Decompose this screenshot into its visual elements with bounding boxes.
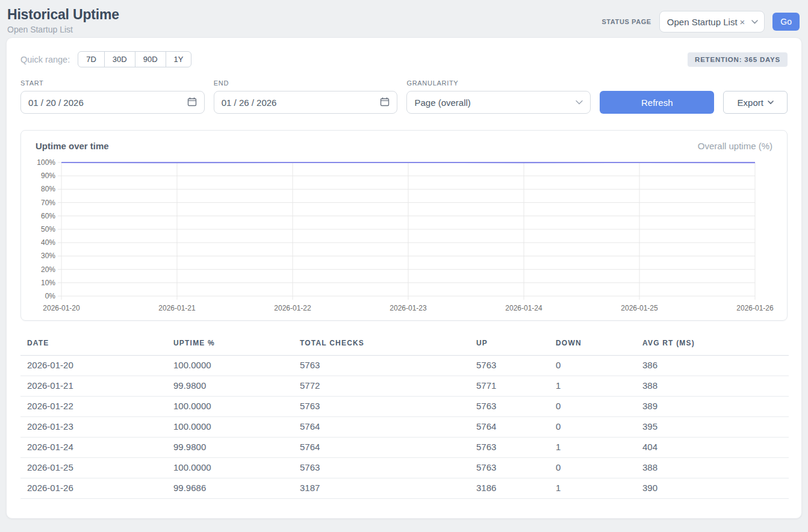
- table-row: 2026-01-20100.0000576357630386: [20, 356, 789, 376]
- svg-text:80%: 80%: [41, 185, 55, 193]
- table-cell: 5763: [470, 438, 549, 458]
- chart-legend: Overall uptime (%): [698, 141, 772, 151]
- granularity-field: GRANULARITY Page (overall): [406, 79, 591, 114]
- start-field: START 01 / 20 / 2026: [20, 79, 205, 114]
- table-cell: 389: [636, 397, 789, 417]
- page-header: Historical Uptime Open Startup List STAT…: [0, 0, 808, 37]
- chevron-down-icon: [768, 101, 774, 105]
- calendar-icon[interactable]: [187, 97, 197, 108]
- column-header-total-checks: TOTAL CHECKS: [293, 335, 470, 356]
- svg-text:2026-01-24: 2026-01-24: [505, 304, 542, 312]
- status-page-label: STATUS PAGE: [601, 18, 651, 25]
- granularity-select[interactable]: Page (overall): [406, 91, 591, 114]
- table-cell: 2026-01-25: [20, 458, 167, 478]
- go-button[interactable]: Go: [772, 13, 800, 31]
- end-field: END 01 / 26 / 2026: [214, 79, 398, 114]
- table-cell: 390: [636, 478, 789, 499]
- svg-text:50%: 50%: [41, 225, 55, 234]
- svg-text:2026-01-21: 2026-01-21: [158, 304, 196, 312]
- start-label: START: [20, 79, 205, 87]
- uptime-chart-card: Uptime over time Overall uptime (%) 0%10…: [20, 130, 788, 321]
- table-cell: 404: [636, 438, 789, 458]
- start-date-input[interactable]: 01 / 20 / 2026: [20, 91, 205, 114]
- table-cell: 0: [549, 417, 636, 438]
- table-row: 2026-01-23100.0000576457640395: [20, 417, 789, 438]
- table-cell: 1: [549, 376, 636, 397]
- table-cell: 5764: [293, 417, 470, 438]
- end-label: END: [214, 79, 398, 87]
- main-panel: Quick range: 7D 30D 90D 1Y RETENTION: 36…: [6, 37, 802, 519]
- quick-range-7d-button[interactable]: 7D: [78, 51, 105, 67]
- table-row: 2026-01-2199.9800577257711388: [20, 376, 789, 397]
- svg-text:10%: 10%: [41, 279, 55, 287]
- quick-range-group: 7D 30D 90D 1Y: [78, 51, 191, 67]
- table-cell: 5763: [470, 458, 549, 478]
- page-title: Historical Uptime: [7, 7, 119, 23]
- column-header-date: DATE: [20, 335, 167, 356]
- svg-text:60%: 60%: [41, 212, 55, 220]
- table-cell: 100.0000: [167, 397, 293, 417]
- svg-text:0%: 0%: [45, 292, 56, 300]
- table-cell: 99.9800: [167, 376, 293, 397]
- table-cell: 100.0000: [167, 356, 293, 376]
- table-cell: 3186: [470, 478, 549, 499]
- uptime-chart: 0%10%20%30%40%50%60%70%80%90%100%2026-01…: [36, 156, 775, 313]
- table-row: 2026-01-22100.0000576357630389: [20, 397, 789, 417]
- table-cell: 5763: [470, 356, 549, 376]
- filters-row: START 01 / 20 / 2026 END 01 / 26 / 2026 …: [20, 79, 788, 114]
- table-cell: 2026-01-24: [20, 438, 167, 458]
- export-button-label: Export: [738, 97, 763, 108]
- table-cell: 388: [636, 458, 789, 478]
- table-cell: 99.9686: [167, 478, 293, 499]
- svg-text:40%: 40%: [41, 238, 55, 247]
- quick-range-1y-button[interactable]: 1Y: [166, 51, 192, 67]
- granularity-value: Page (overall): [414, 97, 470, 108]
- table-cell: 0: [549, 356, 636, 376]
- table-cell: 5772: [293, 376, 470, 397]
- table-cell: 2026-01-21: [20, 376, 167, 397]
- svg-text:2026-01-23: 2026-01-23: [390, 304, 427, 312]
- table-cell: 0: [549, 397, 636, 417]
- refresh-button[interactable]: Refresh: [600, 91, 714, 114]
- svg-text:2026-01-25: 2026-01-25: [621, 304, 658, 312]
- retention-badge: RETENTION: 365 DAYS: [688, 52, 788, 67]
- quick-range-label: Quick range:: [20, 55, 70, 64]
- svg-text:2026-01-22: 2026-01-22: [274, 304, 311, 312]
- table-cell: 5764: [470, 417, 549, 438]
- start-date-value: 01 / 20 / 2026: [28, 97, 84, 108]
- table-cell: 1: [549, 438, 636, 458]
- table-cell: 5763: [293, 458, 470, 478]
- table-header: DATE UPTIME % TOTAL CHECKS UP DOWN AVG R…: [20, 335, 789, 356]
- table-cell: 395: [636, 417, 789, 438]
- clear-icon[interactable]: ×: [740, 17, 745, 26]
- calendar-icon[interactable]: [380, 97, 390, 108]
- chevron-down-icon: [576, 100, 583, 105]
- uptime-table-body: 2026-01-20100.00005763576303862026-01-21…: [20, 356, 789, 499]
- status-page-select-value: Open Startup List: [667, 17, 738, 27]
- table-cell: 1: [549, 478, 636, 499]
- svg-text:2026-01-20: 2026-01-20: [43, 304, 80, 312]
- table-cell: 99.9800: [167, 438, 293, 458]
- export-button[interactable]: Export: [723, 91, 788, 114]
- uptime-table: DATE UPTIME % TOTAL CHECKS UP DOWN AVG R…: [20, 335, 789, 499]
- quick-range-90d-button[interactable]: 90D: [135, 51, 166, 67]
- table-cell: 5763: [293, 356, 470, 376]
- table-cell: 386: [636, 356, 789, 376]
- svg-text:70%: 70%: [41, 199, 55, 207]
- table-cell: 100.0000: [167, 417, 293, 438]
- table-cell: 100.0000: [167, 458, 293, 478]
- end-date-input[interactable]: 01 / 26 / 2026: [214, 91, 398, 114]
- table-cell: 3187: [293, 478, 470, 499]
- table-cell: 2026-01-23: [20, 417, 167, 438]
- table-cell: 5763: [293, 397, 470, 417]
- column-header-avg-rt: AVG RT (MS): [636, 335, 789, 356]
- column-header-uptime: UPTIME %: [167, 335, 293, 356]
- svg-text:20%: 20%: [41, 265, 55, 274]
- quick-range-row: Quick range: 7D 30D 90D 1Y RETENTION: 36…: [20, 51, 788, 67]
- end-date-value: 01 / 26 / 2026: [222, 97, 277, 108]
- status-page-select[interactable]: Open Startup List ×: [659, 11, 765, 32]
- quick-range-30d-button[interactable]: 30D: [104, 51, 135, 67]
- table-cell: 2026-01-26: [20, 478, 167, 499]
- granularity-label: GRANULARITY: [406, 79, 591, 87]
- header-controls: STATUS PAGE Open Startup List × Go: [601, 11, 800, 32]
